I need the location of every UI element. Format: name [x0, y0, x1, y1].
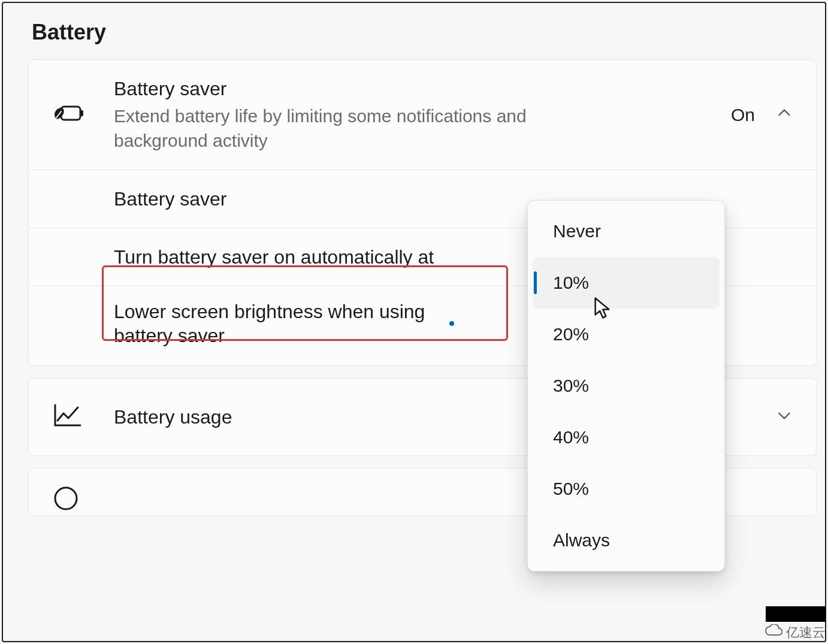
- battery-saver-title: Battery saver: [114, 77, 717, 101]
- dropdown-option[interactable]: 30%: [533, 360, 720, 412]
- toggle-indicator-icon: [449, 321, 454, 326]
- chevron-down-icon: [776, 407, 792, 427]
- dropdown-option[interactable]: Never: [533, 205, 720, 257]
- battery-saver-status: On: [731, 105, 755, 125]
- watermark-text: 亿速云: [786, 624, 826, 642]
- chevron-up-icon: [776, 105, 792, 125]
- svg-rect-0: [61, 107, 80, 120]
- auto-on-threshold-dropdown[interactable]: Never10%20%30%40%50%Always: [527, 200, 725, 572]
- chart-line-icon: [52, 403, 83, 431]
- battery-saver-header-row[interactable]: Battery saver Extend battery life by lim…: [29, 60, 816, 170]
- cloud-icon: [764, 624, 782, 641]
- globe-icon: [52, 482, 80, 513]
- dropdown-option[interactable]: 40%: [533, 412, 720, 463]
- section-title: Battery: [32, 20, 817, 45]
- battery-saver-description: Extend battery life by limiting some not…: [114, 104, 569, 153]
- battery-saver-brightness-label: Lower screen brightness when using batte…: [114, 300, 435, 347]
- dropdown-option[interactable]: 20%: [533, 309, 720, 360]
- svg-point-2: [55, 488, 77, 509]
- dropdown-option[interactable]: Always: [533, 515, 720, 566]
- dropdown-option[interactable]: 50%: [533, 463, 720, 515]
- svg-rect-1: [80, 110, 83, 116]
- watermark: 亿速云: [764, 606, 826, 642]
- battery-saver-leaf-icon: [52, 102, 85, 128]
- watermark-bar: [766, 606, 826, 622]
- dropdown-option[interactable]: 10%: [533, 257, 720, 309]
